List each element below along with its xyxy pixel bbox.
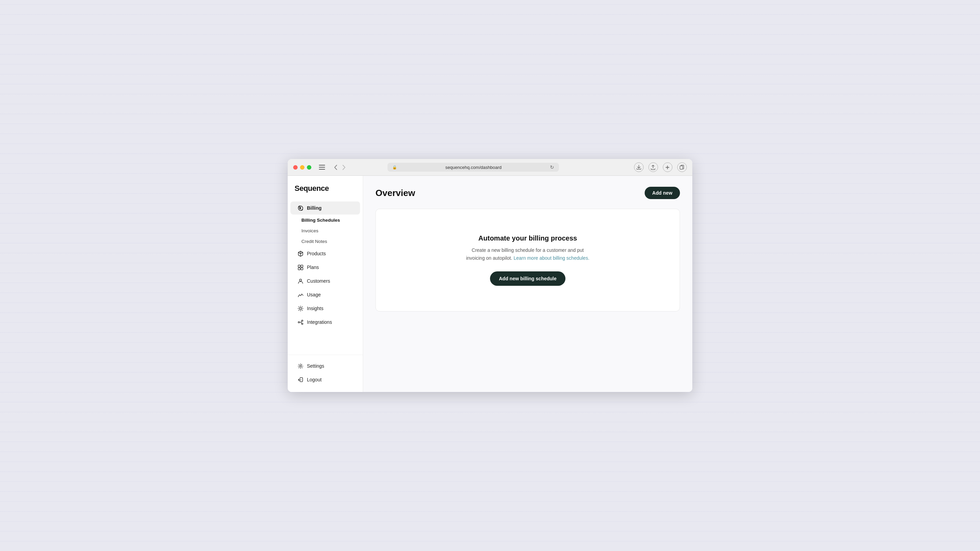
learn-more-link[interactable]: Learn more about billing schedules. [514,255,589,261]
sidebar-item-logout[interactable]: Logout [290,373,360,386]
refresh-button[interactable]: ↻ [550,165,554,170]
sidebar-item-customers-label: Customers [307,278,330,284]
add-billing-schedule-button[interactable]: Add new billing schedule [490,272,565,286]
insights-icon [297,305,304,311]
page-title: Overview [375,188,415,198]
lock-icon: 🔒 [392,165,397,170]
main-content: Overview Add new Automate your billing p… [363,176,692,392]
share-button[interactable] [648,162,658,172]
traffic-lights [293,165,311,170]
back-button[interactable] [332,164,339,171]
settings-icon [297,363,304,369]
sidebar-item-settings-label: Settings [307,363,325,369]
sidebar-nav: Billing Billing Schedules Invoices Credi… [288,201,363,351]
sidebar-item-usage[interactable]: Usage [290,288,360,301]
sidebar: Sequence Billing [288,176,363,392]
sidebar-item-integrations-label: Integrations [307,319,332,325]
svg-rect-8 [301,268,303,270]
billing-icon [297,205,304,211]
billing-sub-items: Billing Schedules Invoices Credit Notes [297,215,363,247]
maximize-button[interactable] [307,165,311,170]
svg-point-9 [299,279,301,281]
svg-rect-3 [680,166,683,169]
integrations-icon [297,319,304,325]
sidebar-item-settings[interactable]: Settings [290,359,360,373]
empty-state-card: Automate your billing process Create a n… [375,209,680,311]
sidebar-item-billing[interactable]: Billing [290,202,360,214]
usage-icon [297,292,304,298]
sidebar-item-billing-label: Billing [307,205,321,211]
app-logo: Sequence [288,184,363,201]
sidebar-item-credit-notes[interactable]: Credit Notes [297,237,360,246]
sidebar-item-plans-label: Plans [307,265,319,270]
svg-point-10 [299,307,301,310]
sidebar-item-invoices[interactable]: Invoices [297,226,360,236]
sidebar-item-products-label: Products [307,251,326,256]
plans-icon [297,264,304,270]
sidebar-item-customers[interactable]: Customers [290,275,360,287]
empty-state-description: Create a new billing schedule for a cust… [466,246,589,262]
sidebar-item-logout-label: Logout [307,377,321,383]
new-tab-button[interactable] [663,162,673,172]
svg-rect-1 [319,167,325,168]
svg-rect-0 [319,165,325,165]
logout-icon [297,376,304,383]
browser-window: 🔒 sequencehq.com/dashboard ↻ [288,159,692,392]
add-new-button[interactable]: Add new [644,187,680,199]
sidebar-item-plans[interactable]: Plans [290,261,360,274]
browser-nav-controls [332,164,347,171]
page-header: Overview Add new [375,187,680,199]
sidebar-item-insights[interactable]: Insights [290,302,360,315]
copy-button[interactable] [677,162,687,172]
sidebar-toggle-button[interactable] [317,164,327,170]
minimize-button[interactable] [300,165,304,170]
sidebar-item-integrations[interactable]: Integrations [290,316,360,329]
svg-rect-2 [319,169,325,170]
sidebar-bottom: Settings Logout [288,355,363,386]
sidebar-item-products[interactable]: Products [290,247,360,260]
svg-rect-7 [298,268,300,270]
sidebar-item-billing-schedules[interactable]: Billing Schedules [297,215,360,225]
download-button[interactable] [634,162,644,172]
app-container: Sequence Billing [288,176,692,392]
svg-point-14 [300,365,301,367]
forward-button[interactable] [341,164,347,171]
svg-rect-5 [298,265,300,267]
url-text: sequencehq.com/dashboard [400,165,547,170]
products-icon [297,251,304,257]
sidebar-item-insights-label: Insights [307,306,323,311]
svg-rect-6 [301,265,303,267]
browser-actions [634,162,687,172]
customers-icon [297,278,304,284]
browser-chrome: 🔒 sequencehq.com/dashboard ↻ [288,159,692,176]
empty-state-title: Automate your billing process [478,234,577,242]
sidebar-item-usage-label: Usage [307,292,321,297]
close-button[interactable] [293,165,298,170]
address-bar[interactable]: 🔒 sequencehq.com/dashboard ↻ [388,163,559,171]
